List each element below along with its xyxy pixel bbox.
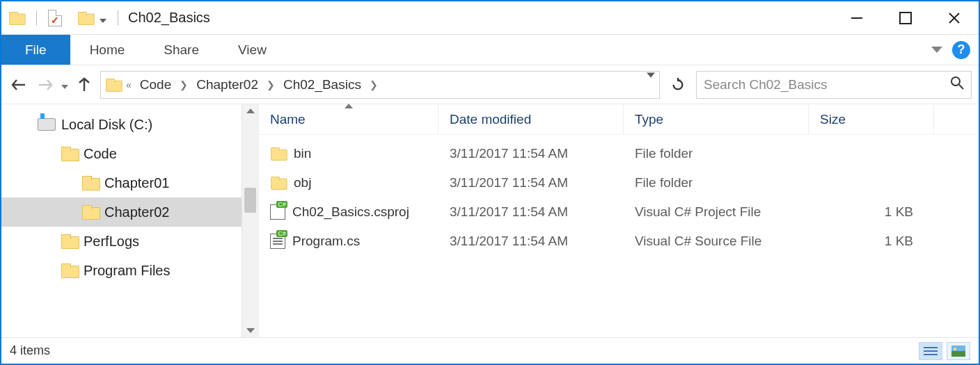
- folder-icon: [271, 177, 286, 189]
- app-icon: [9, 12, 24, 24]
- svg-line-8: [959, 85, 963, 89]
- file-date: 3/11/2017 11:54 AM: [438, 175, 624, 190]
- folder-icon: [61, 147, 78, 161]
- expand-ribbon-icon[interactable]: [931, 47, 942, 53]
- tree-item[interactable]: PerfLogs: [1, 227, 242, 256]
- column-headers: Name Date modified Type Size: [259, 104, 979, 135]
- forward-button[interactable]: [35, 74, 56, 95]
- tree-item[interactable]: Code: [1, 139, 242, 168]
- table-row[interactable]: bin3/11/2017 11:54 AMFile folder: [259, 139, 979, 168]
- file-name: Program.cs: [292, 234, 360, 249]
- tab-view[interactable]: View: [219, 35, 286, 65]
- file-type: File folder: [624, 146, 809, 161]
- breadcrumb-item[interactable]: Chapter02: [192, 77, 262, 92]
- folder-icon: [61, 263, 78, 277]
- qat-customize-icon[interactable]: [100, 19, 106, 23]
- maximize-button[interactable]: [881, 1, 930, 34]
- folder-icon: [61, 234, 78, 248]
- breadcrumb-item[interactable]: Code: [136, 77, 175, 92]
- address-folder-icon: [106, 79, 121, 91]
- cs-file-icon: [270, 234, 285, 249]
- sort-asc-icon: [345, 104, 353, 108]
- new-folder-icon[interactable]: [78, 12, 93, 24]
- tab-share[interactable]: Share: [144, 35, 219, 65]
- search-placeholder: Search Ch02_Basics: [704, 77, 827, 92]
- column-header-name[interactable]: Name: [259, 104, 438, 134]
- tree-item-label: Code: [84, 146, 117, 162]
- svg-rect-1: [900, 13, 911, 24]
- file-type: Visual C# Project File: [624, 204, 809, 220]
- tree-item[interactable]: Program Files: [1, 256, 242, 285]
- status-text: 4 items: [10, 343, 50, 358]
- tab-home[interactable]: Home: [70, 35, 145, 65]
- window-controls: [832, 1, 979, 34]
- scroll-thumb[interactable]: [244, 188, 256, 213]
- file-name: bin: [294, 146, 311, 161]
- search-input[interactable]: Search Ch02_Basics: [696, 71, 972, 99]
- drive-icon: [38, 118, 56, 131]
- file-date: 3/11/2017 11:54 AM: [438, 234, 624, 249]
- tree-item[interactable]: Chapter02: [1, 197, 242, 227]
- scroll-up-icon[interactable]: [246, 108, 255, 113]
- file-date: 3/11/2017 11:54 AM: [438, 146, 624, 161]
- chevron-right-icon[interactable]: ❯: [368, 79, 379, 90]
- table-row[interactable]: Program.cs3/11/2017 11:54 AMVisual C# So…: [259, 227, 979, 256]
- scrollbar[interactable]: [242, 104, 258, 337]
- breadcrumb-ellipsis[interactable]: «: [125, 79, 133, 90]
- view-thumbnails-button[interactable]: [947, 342, 970, 360]
- tree-item-label: Program Files: [84, 263, 170, 279]
- breadcrumb-item[interactable]: Ch02_Basics: [279, 77, 365, 92]
- refresh-button[interactable]: [665, 71, 690, 99]
- file-type: Visual C# Source File: [624, 234, 809, 249]
- file-size: 1 KB: [809, 234, 934, 249]
- chevron-right-icon[interactable]: ❯: [265, 79, 276, 90]
- file-type: File folder: [624, 175, 809, 190]
- csproj-file-icon: [270, 204, 285, 220]
- quick-access-toolbar: ✓: [4, 1, 111, 34]
- navigation-pane: Local Disk (C:)CodeChapter01Chapter02Per…: [1, 104, 259, 337]
- folder-icon: [82, 205, 99, 219]
- body: Local Disk (C:)CodeChapter01Chapter02Per…: [1, 104, 979, 337]
- nav-row: « Code ❯ Chapter02 ❯ Ch02_Basics ❯ Searc…: [1, 65, 979, 104]
- scroll-down-icon[interactable]: [246, 328, 255, 333]
- tree-item[interactable]: Chapter01: [1, 168, 242, 197]
- column-header-type[interactable]: Type: [624, 104, 809, 134]
- tree-item-label: Chapter02: [104, 204, 169, 220]
- table-row[interactable]: Ch02_Basics.csproj3/11/2017 11:54 AMVisu…: [259, 197, 979, 227]
- address-bar[interactable]: « Code ❯ Chapter02 ❯ Ch02_Basics ❯: [100, 71, 660, 99]
- tree-item-label: Chapter01: [104, 175, 169, 191]
- file-name: Ch02_Basics.csproj: [292, 204, 409, 220]
- table-row[interactable]: obj3/11/2017 11:54 AMFile folder: [259, 168, 979, 197]
- tree-item-label: Local Disk (C:): [61, 117, 152, 133]
- file-name: obj: [294, 175, 311, 190]
- column-header-size[interactable]: Size: [809, 104, 934, 134]
- properties-icon[interactable]: ✓: [48, 10, 62, 26]
- tree-item-label: PerfLogs: [84, 234, 139, 250]
- tree-item[interactable]: Local Disk (C:): [1, 110, 242, 139]
- help-icon[interactable]: ?: [952, 41, 970, 59]
- tab-file[interactable]: File: [1, 35, 70, 65]
- svg-rect-13: [951, 351, 965, 357]
- minimize-button[interactable]: [832, 1, 881, 34]
- title-bar: ✓ Ch02_Basics: [1, 1, 979, 35]
- view-details-button[interactable]: [919, 342, 942, 360]
- recent-locations-icon[interactable]: [61, 85, 68, 89]
- status-bar: 4 items: [1, 337, 979, 364]
- file-size: 1 KB: [809, 204, 934, 220]
- chevron-right-icon[interactable]: ❯: [178, 79, 189, 90]
- svg-point-14: [954, 348, 956, 350]
- up-button[interactable]: [74, 74, 95, 95]
- file-date: 3/11/2017 11:54 AM: [438, 204, 624, 220]
- separator: [36, 10, 37, 26]
- folder-icon: [271, 147, 286, 160]
- close-button[interactable]: [930, 1, 979, 34]
- window-title: Ch02_Basics: [128, 10, 210, 26]
- search-icon: [950, 76, 964, 93]
- back-button[interactable]: [8, 74, 29, 95]
- address-dropdown-icon[interactable]: [647, 77, 655, 92]
- svg-point-7: [951, 77, 960, 86]
- ribbon: File Home Share View ?: [1, 35, 979, 65]
- column-header-date[interactable]: Date modified: [438, 104, 624, 134]
- file-list-pane: Name Date modified Type Size bin3/11/201…: [259, 104, 979, 337]
- explorer-window: ✓ Ch02_Basics File Home Share View ?: [0, 0, 980, 365]
